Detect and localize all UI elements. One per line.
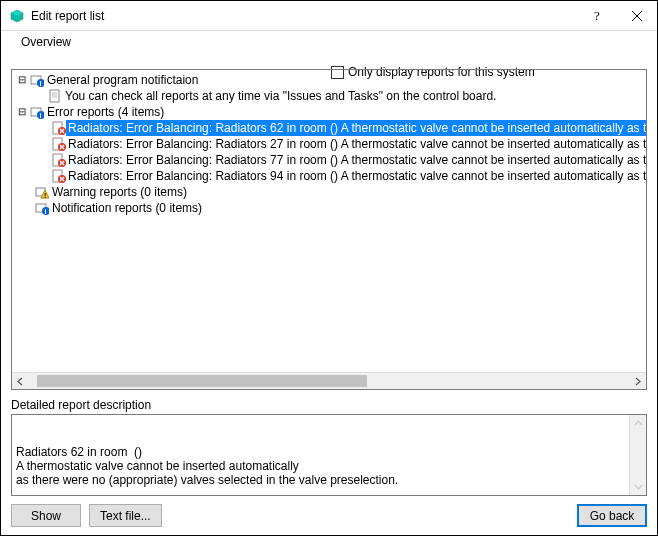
show-button[interactable]: Show [11, 504, 81, 527]
svg-text:!: ! [44, 192, 46, 199]
app-icon [9, 8, 25, 24]
page-icon [47, 89, 63, 103]
description-box[interactable]: Radiators 62 in room () A thermostatic v… [11, 414, 647, 496]
scroll-up-icon [630, 415, 647, 432]
textfile-button[interactable]: Text file... [89, 504, 162, 527]
info-icon: i [34, 201, 50, 215]
tree-node-error-item[interactable]: Radiators: Error Balancing: Radiators 27… [14, 136, 646, 152]
scroll-right-icon[interactable] [629, 373, 646, 390]
vertical-scrollbar [629, 415, 646, 495]
description-text: Radiators 62 in room () A thermostatic v… [16, 445, 642, 496]
tree-node-warnings[interactable]: ! Warning reports (0 items) [14, 184, 646, 200]
window-title: Edit report list [31, 9, 104, 23]
close-button[interactable] [617, 1, 657, 31]
tree-node-general-child[interactable]: You can check all reports at any time vi… [14, 88, 646, 104]
tree-node-error-item[interactable]: Radiators: Error Balancing: Radiators 94… [14, 168, 646, 184]
svg-text:?: ? [594, 9, 600, 23]
error-page-icon [52, 169, 66, 183]
titlebar: Edit report list ? [1, 1, 657, 31]
scroll-left-icon[interactable] [12, 373, 29, 390]
warning-icon: ! [34, 185, 50, 199]
goback-button[interactable]: Go back [577, 504, 647, 527]
detailed-label: Detailed report description [11, 398, 647, 412]
tree-node-error-item[interactable]: Radiators: Error Balancing: Radiators 62… [14, 120, 646, 136]
error-page-icon [52, 137, 66, 151]
tree-node-notifications[interactable]: i Notification reports (0 items) [14, 200, 646, 216]
horizontal-scrollbar[interactable] [12, 372, 646, 389]
tree-node-general[interactable]: ⊟ i General program notifictaion [14, 72, 646, 88]
tree-node-error-item[interactable]: Radiators: Error Balancing: Radiators 77… [14, 152, 646, 168]
info-icon: i [29, 105, 45, 119]
error-page-icon [52, 121, 66, 135]
collapse-icon[interactable]: ⊟ [16, 72, 27, 88]
svg-rect-8 [50, 90, 59, 102]
tree-view[interactable]: ⊟ i General program notifictaion You can… [11, 69, 647, 390]
collapse-icon[interactable]: ⊟ [16, 104, 27, 120]
info-icon: i [29, 73, 45, 87]
scroll-down-icon [630, 478, 647, 495]
svg-text:i: i [45, 208, 47, 215]
svg-text:i: i [40, 80, 42, 87]
help-button[interactable]: ? [577, 1, 617, 31]
error-page-icon [52, 153, 66, 167]
tree-node-errors[interactable]: ⊟ i Error reports (4 items) [14, 104, 646, 120]
svg-text:i: i [40, 112, 42, 119]
scrollbar-thumb[interactable] [37, 375, 367, 387]
overview-label: Overview [21, 35, 71, 49]
